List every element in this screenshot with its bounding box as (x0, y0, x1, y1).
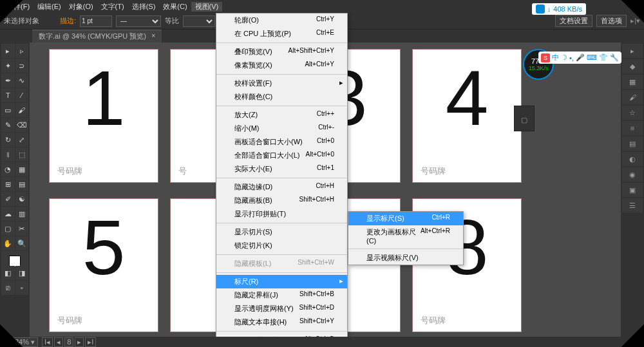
scale-tool[interactable]: ⤢ (15, 133, 29, 147)
slice-tool[interactable]: ✂ (15, 221, 29, 236)
prefs-button[interactable]: 首选项 (596, 15, 627, 27)
graphic-styles-panel-icon[interactable]: ▣ (622, 183, 643, 197)
width-tool[interactable]: ⫴ (1, 147, 15, 162)
menu-item[interactable]: 隐藏文本串接(H)Shift+Ctrl+Y (216, 315, 347, 329)
menu-item[interactable]: 叠印预览(V)Alt+Shift+Ctrl+Y (216, 45, 347, 59)
menu-item[interactable]: 校样颜色(C) (216, 90, 347, 104)
menu-item[interactable]: 校样设置(F)▸ (216, 77, 347, 90)
mesh-tool[interactable]: ⊞ (1, 177, 15, 191)
menu-item[interactable]: 放大(Z)Ctrl++ (216, 108, 347, 122)
type-tool[interactable]: T (1, 88, 15, 102)
screen-mode[interactable]: ⎚ (1, 281, 15, 295)
shape-builder-tool[interactable]: ◔ (1, 162, 15, 176)
color-panel-icon[interactable]: ◆ (622, 59, 643, 73)
menu-item[interactable]: 缩小(M)Ctrl+- (216, 122, 347, 135)
stroke-panel-icon[interactable]: ≡ (622, 121, 643, 135)
menu-object[interactable]: 对象(O) (65, 2, 97, 12)
ime-moon-icon[interactable]: ☽ (561, 53, 567, 62)
ime-tool-icon[interactable]: 🔧 (610, 53, 619, 62)
menu-edit[interactable]: 编辑(E) (33, 2, 65, 12)
artboards-panel-icon[interactable]: ▢ (515, 113, 534, 127)
menu-item[interactable]: 显示透明度网格(Y)Shift+Ctrl+D (216, 302, 347, 315)
gradient-tool[interactable]: ▤ (15, 177, 29, 191)
document-tab[interactable]: 数字.ai @ 34% (CMYK/GPU 预览) × (32, 30, 162, 42)
ime-toolbar[interactable]: S 中 ☽ •, 🎤 ⌨ 👕 🔧 (538, 52, 621, 64)
ime-keyboard-icon[interactable]: ⌨ (587, 53, 597, 62)
menu-item[interactable]: 显示打印拼贴(T) (216, 207, 347, 221)
menu-type[interactable]: 文字(T) (97, 2, 128, 12)
curvature-tool[interactable]: ∿ (15, 73, 29, 88)
swatches-panel-icon[interactable]: ▦ (622, 75, 643, 89)
lasso-tool[interactable]: ⊃ (15, 59, 29, 73)
zoom-tool[interactable]: 🔍 (15, 236, 29, 250)
menu-item[interactable]: 像素预览(X)Alt+Ctrl+Y (216, 59, 347, 72)
menu-item[interactable]: 显示视频标尺(V) (348, 251, 463, 265)
panel-icon[interactable]: ▸ (622, 44, 643, 58)
gradient-panel-icon[interactable]: ▤ (622, 136, 643, 151)
perspective-tool[interactable]: ▦ (15, 162, 29, 176)
menu-item[interactable]: 标尺(R)▸ (216, 275, 347, 288)
selection-tool[interactable]: ▸ (1, 44, 15, 58)
menu-item[interactable]: 更改为画板标尺(C)Alt+Ctrl+R (348, 225, 463, 247)
brushes-panel-icon[interactable]: 🖌 (622, 90, 643, 104)
menu-item[interactable]: 隐藏画板(B)Shift+Ctrl+H (216, 194, 347, 207)
menu-item[interactable]: 显示切片(S) (216, 225, 347, 239)
magic-wand-tool[interactable]: ✦ (1, 59, 15, 73)
pen-tool[interactable]: ✒ (1, 73, 15, 88)
layers-panel-icon[interactable]: ☰ (622, 198, 643, 212)
menu-item[interactable]: 画板适合窗口大小(W)Ctrl+0 (216, 135, 347, 149)
hand-tool[interactable]: ✋ (1, 236, 15, 250)
blend-tool[interactable]: ☯ (15, 192, 29, 206)
menu-item[interactable]: 全部适合窗口大小(L)Alt+Ctrl+0 (216, 149, 347, 162)
menu-item[interactable]: 隐藏定界框(J)Shift+Ctrl+B (216, 288, 347, 302)
doc-setup-button[interactable]: 文档设置 (555, 15, 592, 27)
ime-mic-icon[interactable]: 🎤 (576, 53, 585, 62)
ime-skin-icon[interactable]: 👕 (599, 53, 608, 62)
stroke-width-input[interactable] (80, 15, 112, 27)
menu-item[interactable]: 显示标尺(S)Ctrl+R (348, 212, 463, 225)
change-screen[interactable]: ▫ (15, 281, 29, 295)
artboard[interactable]: 5号码牌 (49, 198, 158, 332)
last-icon[interactable]: ▸I (85, 337, 96, 347)
shaper-tool[interactable]: ✎ (1, 118, 15, 132)
first-icon[interactable]: I◂ (42, 337, 53, 347)
menu-item[interactable]: 实际大小(E)Ctrl+1 (216, 162, 347, 176)
menu-item[interactable]: 锁定切片(K) (216, 239, 347, 252)
graph-tool[interactable]: ▥ (15, 207, 29, 221)
menu-item[interactable]: 在 CPU 上预览(P)Ctrl+E (216, 27, 347, 41)
ime-punct-icon[interactable]: •, (569, 54, 574, 62)
next-icon[interactable]: ▸ (75, 337, 84, 347)
menu-effect[interactable]: 效果(C) (159, 2, 191, 12)
line-tool[interactable]: ∕ (15, 88, 29, 102)
menu-view[interactable]: 视图(V) (191, 2, 223, 12)
draw-mode[interactable]: ◨ (15, 266, 29, 280)
prev-icon[interactable]: ◂ (54, 337, 63, 347)
artboard-tool[interactable]: ▢ (1, 221, 15, 236)
stroke-profile-select[interactable]: — (116, 15, 161, 27)
symbols-panel-icon[interactable]: ☆ (622, 106, 643, 120)
transparency-panel-icon[interactable]: ◐ (622, 152, 643, 166)
menu-item[interactable]: 轮廓(O)Ctrl+Y (216, 14, 347, 27)
menu-item[interactable]: 隐藏边缘(D)Ctrl+H (216, 180, 347, 194)
eyedropper-tool[interactable]: ✐ (1, 192, 15, 206)
brush-tool[interactable]: 🖌 (15, 103, 29, 117)
eraser-tool[interactable]: ⌫ (15, 118, 29, 132)
artboard-number: 4 (413, 50, 521, 146)
color-mode[interactable]: ◧ (1, 266, 15, 280)
artboard[interactable]: 1号码牌 (49, 49, 158, 183)
ime-lang[interactable]: 中 (552, 53, 559, 62)
rotate-tool[interactable]: ↻ (1, 133, 15, 147)
menu-item-label: 标尺(R) (234, 277, 258, 286)
rect-tool[interactable]: ▭ (1, 103, 15, 117)
menu-item[interactable]: 隐藏模板(L)Shift+Ctrl+W (216, 257, 347, 270)
direct-select-tool[interactable]: ▹ (15, 44, 29, 58)
tab-close-icon[interactable]: × (151, 32, 155, 41)
symbol-tool[interactable]: ☁ (1, 207, 15, 221)
menu-select[interactable]: 选择(S) (128, 2, 160, 12)
appearance-panel-icon[interactable]: ◉ (622, 167, 643, 182)
artboard[interactable]: 4号码牌 (412, 49, 522, 183)
floating-panel[interactable]: ▢ (514, 106, 535, 131)
artboard-num[interactable]: 8 (64, 337, 73, 347)
free-transform-tool[interactable]: ⬚ (15, 147, 29, 162)
brush-select[interactable] (183, 15, 215, 27)
